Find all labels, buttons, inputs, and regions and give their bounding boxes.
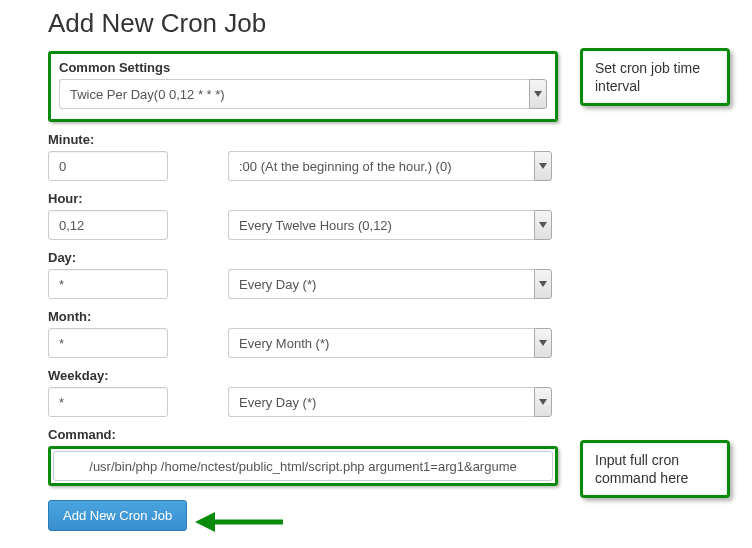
- common-settings-select[interactable]: Twice Per Day(0 0,12 * * *): [59, 79, 547, 109]
- chevron-down-icon[interactable]: [534, 151, 552, 181]
- command-label: Command:: [48, 427, 558, 442]
- minute-label: Minute:: [48, 132, 558, 147]
- add-cron-job-button[interactable]: Add New Cron Job: [48, 500, 187, 531]
- day-select-value: Every Day (*): [228, 269, 534, 299]
- month-label: Month:: [48, 309, 558, 324]
- weekday-label: Weekday:: [48, 368, 558, 383]
- minute-select-value: :00 (At the beginning of the hour.) (0): [228, 151, 534, 181]
- hour-select-value: Every Twelve Hours (0,12): [228, 210, 534, 240]
- weekday-select-value: Every Day (*): [228, 387, 534, 417]
- day-input[interactable]: [48, 269, 168, 299]
- chevron-down-icon[interactable]: [534, 269, 552, 299]
- month-select[interactable]: Every Month (*): [228, 328, 552, 358]
- weekday-input[interactable]: [48, 387, 168, 417]
- arrow-left-icon: [195, 510, 285, 538]
- command-highlight: [48, 446, 558, 486]
- command-input[interactable]: [53, 451, 553, 481]
- chevron-down-icon[interactable]: [534, 210, 552, 240]
- common-settings-group: Common Settings Twice Per Day(0 0,12 * *…: [48, 51, 558, 122]
- day-select[interactable]: Every Day (*): [228, 269, 552, 299]
- hour-label: Hour:: [48, 191, 558, 206]
- chevron-down-icon[interactable]: [529, 79, 547, 109]
- common-settings-value: Twice Per Day(0 0,12 * * *): [59, 79, 529, 109]
- callout-command: Input full cron command here: [580, 440, 730, 498]
- minute-select[interactable]: :00 (At the beginning of the hour.) (0): [228, 151, 552, 181]
- page-title: Add New Cron Job: [48, 8, 752, 39]
- hour-select[interactable]: Every Twelve Hours (0,12): [228, 210, 552, 240]
- month-select-value: Every Month (*): [228, 328, 534, 358]
- chevron-down-icon[interactable]: [534, 328, 552, 358]
- hour-input[interactable]: [48, 210, 168, 240]
- weekday-select[interactable]: Every Day (*): [228, 387, 552, 417]
- month-input[interactable]: [48, 328, 168, 358]
- chevron-down-icon[interactable]: [534, 387, 552, 417]
- common-settings-label: Common Settings: [59, 60, 547, 75]
- svg-marker-1: [195, 512, 215, 532]
- callout-interval: Set cron job time interval: [580, 48, 730, 106]
- minute-input[interactable]: [48, 151, 168, 181]
- day-label: Day:: [48, 250, 558, 265]
